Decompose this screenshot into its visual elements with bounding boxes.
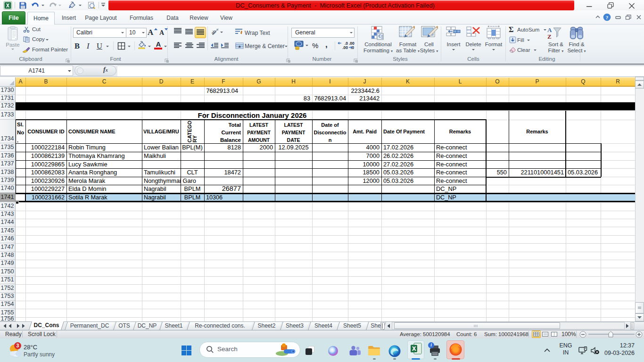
svg-text:Z: Z xyxy=(547,33,552,40)
svg-text:ab: ab xyxy=(211,29,217,36)
svg-text:a: a xyxy=(239,44,241,49)
svg-text:A: A xyxy=(547,26,552,33)
svg-text:?: ? xyxy=(606,15,609,20)
svg-text:.00: .00 xyxy=(342,45,348,49)
